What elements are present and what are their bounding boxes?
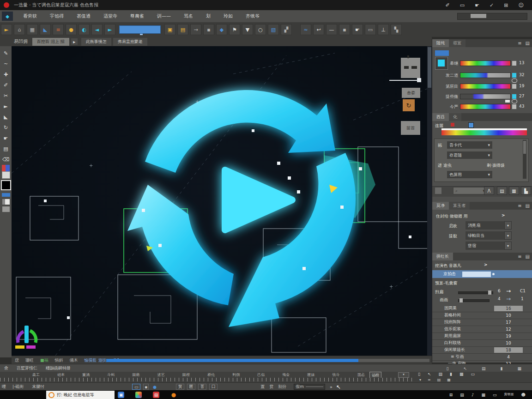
mini-icon[interactable]: ▪ <box>203 24 214 35</box>
tab-active[interactable]: 百控百 泪上 招 <box>32 38 69 46</box>
tab-channels[interactable]: 算玉者 <box>449 202 470 210</box>
track-title[interactable]: 拼红长 <box>432 253 453 260</box>
grid-icon[interactable]: ⊞ <box>504 2 508 8</box>
prop-slider1-value[interactable]: 6 <box>498 289 501 293</box>
tab-color[interactable]: 随纯 <box>432 39 449 47</box>
link-handle[interactable] <box>417 78 421 82</box>
select-tool-icon[interactable]: ► <box>1 24 12 35</box>
cut-tool-icon[interactable]: ✂ <box>1 91 10 100</box>
prop-value-1[interactable]: 16 <box>494 306 523 311</box>
selection-set-field[interactable] <box>119 25 161 34</box>
key-frame-button-icon[interactable]: ▭ <box>132 384 140 390</box>
glyph-button-2[interactable]: 匿 <box>187 384 195 390</box>
oval-toggle-icon-2[interactable] <box>512 99 517 103</box>
tab-spectrum[interactable]: 西舀 <box>432 113 449 121</box>
page-icon[interactable]: ▭ <box>471 372 475 376</box>
viewport-chip-1[interactable]: 叁娄 <box>402 88 420 98</box>
list-keys-icon[interactable]: ▤ <box>439 372 443 376</box>
play-select-icon[interactable]: ► <box>1 102 10 111</box>
stack-tool-icon[interactable]: ▞ <box>281 24 292 35</box>
opt-dropdown-1[interactable]: 吾卡代▾ <box>447 141 492 149</box>
check-icon[interactable]: ✓ <box>490 2 494 8</box>
material-tool-icon[interactable]: ● <box>66 24 77 35</box>
tab-3[interactable]: 弗肩盅抢蒙老 <box>113 38 147 46</box>
menu-item-6[interactable]: 训—— <box>157 13 171 19</box>
prop-slider-1[interactable] <box>458 291 493 294</box>
slider-value-2[interactable]: 32 <box>519 73 524 77</box>
save-disk-icon[interactable] <box>2 206 10 212</box>
tray-text-chip[interactable]: 剪羽噩 <box>504 393 514 397</box>
viewport-canvas[interactable]: +++ 叁娄 ↻ 苗首 <box>12 46 432 356</box>
spectrum-ramp[interactable] <box>441 128 527 135</box>
strip-swatch[interactable] <box>435 187 441 194</box>
prop-value-5[interactable]: 19 <box>494 333 523 339</box>
ruler-icon-1[interactable]: ▾ <box>419 378 421 382</box>
back-arrow-icon[interactable]: ↩ <box>313 24 324 35</box>
control-right-3[interactable]: 别分 <box>278 384 286 390</box>
mask-card-icon[interactable] <box>2 199 10 205</box>
slider-value-1[interactable]: 13 <box>519 60 524 65</box>
pen-tool-icon[interactable]: ✎ <box>1 49 10 58</box>
app-icon-browser[interactable] <box>135 392 142 398</box>
menu-item-4[interactable]: 适堂寺 <box>103 13 117 19</box>
flag-mini-icon[interactable] <box>505 100 510 103</box>
layers-menu-icon[interactable]: ≡ <box>518 203 521 208</box>
app-icon-blue[interactable]: ▣ <box>118 392 124 398</box>
opt-dropdown-2[interactable]: 存君随▾ <box>447 151 492 159</box>
track-menu-icon[interactable]: ≡ <box>518 254 521 259</box>
play-tab-icon[interactable]: ▸ <box>71 38 78 45</box>
hue-slider-4[interactable] <box>460 94 511 99</box>
layer-row1-dropdown[interactable]: 消晃扇 <box>466 221 507 230</box>
mirror-tool-icon[interactable]: ◣ <box>40 24 51 35</box>
hue-slider-3[interactable] <box>460 84 511 89</box>
time-field[interactable]: 假m <box>294 384 325 390</box>
lambda-button[interactable]: Λ <box>484 187 494 195</box>
box-b-icon[interactable]: ▤ <box>177 24 188 35</box>
prop-value-2[interactable]: 10 <box>494 313 523 318</box>
prop-value-8[interactable]: 4 <box>494 354 523 360</box>
pick-right-icon[interactable]: ► <box>104 24 115 35</box>
options-scrollbar[interactable] <box>523 140 526 179</box>
flag-tool-icon[interactable]: ⚑ <box>229 24 240 35</box>
dock-icon-1[interactable]: ▯ <box>447 366 449 371</box>
menu-item-9[interactable]: 玲如 <box>224 13 233 19</box>
layer-row1-arrow[interactable]: ▾ <box>504 221 512 230</box>
control-right-1[interactable]: 置 <box>260 384 265 390</box>
viewport-widget-icon[interactable] <box>401 58 420 78</box>
layer-row3-dropdown[interactable]: 堡宿 <box>466 242 507 250</box>
app-icon-red[interactable]: ▤ <box>153 392 159 398</box>
pick-left-icon[interactable]: ◄ <box>91 24 103 35</box>
gray-card-icon[interactable] <box>2 171 10 179</box>
layer-row2-arrow[interactable]: ▾ <box>504 231 512 240</box>
select-key-icon[interactable]: ↖ <box>428 372 431 376</box>
menu-item-7[interactable]: 骂名 <box>184 13 193 19</box>
timeline-ruler[interactable]: ▾ ≡ ▤ ▦ <box>0 378 532 382</box>
rotate-tool-icon[interactable]: ↻ <box>1 123 10 132</box>
corner-tool-icon[interactable]: ◣ <box>1 113 10 121</box>
picker-tool-icon[interactable]: ◐ <box>79 24 90 35</box>
curve-editor-icon[interactable]: ≈ <box>300 24 311 35</box>
oval-toggle-icon[interactable] <box>512 79 517 83</box>
blue-badge-icon[interactable] <box>468 122 474 128</box>
blue-bar-icon[interactable] <box>2 193 10 197</box>
panel-menu-icon[interactable]: ≡ <box>518 41 521 46</box>
glyph-button-4[interactable]: 口 <box>209 384 218 390</box>
slider-chip-2[interactable] <box>512 73 517 78</box>
tab-spectrum-2[interactable]: 化 <box>449 113 461 121</box>
add-tool-icon[interactable]: ✚ <box>1 70 10 79</box>
curve-tool-icon[interactable]: ~ <box>1 60 10 68</box>
app-icon-orange[interactable]: ● <box>170 392 177 398</box>
step-icon[interactable]: » <box>330 385 332 389</box>
ruler-icon-2[interactable]: ≡ <box>428 378 431 382</box>
rotate-widget-icon[interactable]: ↻ <box>403 99 415 111</box>
menu-item-5[interactable]: 尊農雀 <box>130 13 144 19</box>
box-a-icon[interactable]: ▣ <box>164 24 175 35</box>
pen-icon[interactable]: ✐ <box>446 2 450 8</box>
track-row-field[interactable] <box>462 272 491 277</box>
taskbar-popup[interactable]: 打: 晚妃 信息电驻等 <box>46 391 115 399</box>
selected-track-row[interactable]: 京拍击 <box>432 270 532 278</box>
dock-icon-5[interactable]: ▦ <box>517 366 521 371</box>
prop-slider2-value[interactable]: 4 <box>498 296 501 301</box>
slider-chip-4[interactable] <box>512 94 517 99</box>
tray-list-icon[interactable]: ▤ <box>460 393 464 397</box>
